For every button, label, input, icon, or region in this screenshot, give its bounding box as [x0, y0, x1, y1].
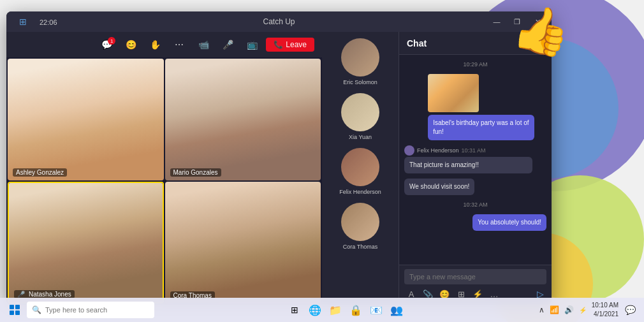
msg-time-1031: 10:31 AM [462, 147, 486, 154]
taskbar-left: 🔍 [5, 300, 154, 319]
msg-bubble-amazing: That picture is amazing!! [404, 157, 532, 173]
system-tray: ∧ 📶 🔊 ⚡ [538, 304, 588, 316]
video-cell-ashley: Ashley Gonzalez [8, 59, 164, 180]
chat-panel: Chat ✕ 10:29 AM Isabel's birthday party … [399, 32, 552, 305]
search-icon: 🔍 [32, 305, 41, 314]
notification-center-btn[interactable]: 💬 [622, 302, 639, 318]
msg-group-felix: Felix Henderson 10:31 AM That picture is… [404, 145, 546, 173]
taskbar-apps: ⊞ 🌐 📁 🔒 📧 👥 [285, 300, 406, 319]
avatar-eric [341, 38, 379, 77]
msg-sender-felix: Felix Henderson 10:31 AM [404, 145, 546, 156]
participant-avatar-eric[interactable]: Eric Solomon [341, 38, 379, 85]
taskbar-search[interactable]: 🔍 [27, 302, 154, 318]
clock-time: 10:10 AM [592, 301, 618, 310]
network-icon[interactable]: 📶 [548, 304, 560, 316]
thumbs-up-emoji: 👍 [509, 0, 574, 62]
participant-avatar-cora2[interactable]: Cora Thomas [341, 203, 379, 250]
video-cell-cora: Cora Thomas [165, 182, 321, 304]
reactions-icon[interactable]: 😊 [121, 36, 141, 54]
taskview-btn[interactable]: ⊞ [285, 300, 304, 319]
taskbar-clock[interactable]: 10:10 AM 4/1/2021 [592, 301, 618, 319]
video-cell-natasha: 🎤 Natasha Jones [8, 182, 164, 304]
hand-icon[interactable]: ✋ [145, 36, 165, 54]
mail-app[interactable]: 📧 [367, 300, 386, 319]
volume-icon[interactable]: 🔊 [563, 304, 575, 316]
windows-logo [10, 305, 20, 315]
msg-bubble-should: You absolutely should! [472, 214, 546, 231]
participant-label-xia: Xia Yuan [349, 134, 372, 140]
leave-button[interactable]: 📞 Leave [266, 38, 314, 52]
edge-app[interactable]: 🌐 [305, 300, 325, 319]
search-input[interactable] [45, 306, 147, 314]
camera-icon[interactable]: 📹 [193, 36, 214, 54]
taskbar-right: ∧ 📶 🔊 ⚡ 10:10 AM 4/1/2021 💬 [538, 301, 639, 319]
avatar-cora2 [341, 203, 379, 241]
chat-messages: 10:29 AM Isabel's birthday party was a l… [399, 55, 552, 265]
taskbar: 🔍 ⊞ 🌐 📁 🔒 📧 👥 ∧ 📶 🔊 ⚡ 10:10 AM 4/1/2021 … [0, 298, 644, 322]
mic-icon[interactable]: 🎤 [217, 36, 238, 54]
more-options-icon[interactable]: ⋯ [169, 36, 189, 54]
phone-icon: 📞 [274, 40, 283, 49]
participant-label-cora2: Cora Thomas [343, 244, 377, 250]
participant-name-mario: Mario Gonzales [170, 168, 221, 177]
chat-icon[interactable]: 💬 [96, 36, 117, 54]
msg-time-1032: 10:32 AM [404, 201, 546, 208]
teams-window: ⊞ 22:06 Catch Up — ❐ ✕ 💬 😊 ✋ ⋯ 📹 🎤 📺 📞 [6, 11, 552, 305]
minimize-button[interactable]: — [488, 16, 506, 27]
chevron-tray-icon[interactable]: ∧ [538, 304, 546, 316]
birthday-image [428, 74, 479, 112]
participant-avatar-felix[interactable]: Felix Henderson [339, 148, 381, 195]
call-toolbar: 💬 😊 ✋ ⋯ 📹 🎤 📺 📞 Leave [6, 32, 322, 57]
msg-bubble-birthday: Isabel's birthday party was a lot of fun… [428, 115, 534, 140]
lock-app[interactable]: 🔒 [346, 300, 365, 319]
sender-avatar-felix [404, 145, 414, 156]
sender-name-felix: Felix Henderson [417, 147, 459, 154]
chat-input[interactable] [404, 269, 546, 284]
avatar-xia [341, 93, 379, 131]
title-bar: ⊞ 22:06 Catch Up — ❐ ✕ [6, 11, 552, 32]
window-title: Catch Up [263, 17, 295, 26]
participant-name-ashley: Ashley Gonzalez [13, 168, 67, 177]
msg-incoming-image: Isabel's birthday party was a lot of fun… [428, 74, 546, 140]
msg-bubble-visit: We should visit soon! [404, 179, 474, 195]
grid-icon[interactable]: ⊞ [11, 11, 34, 33]
start-button[interactable] [5, 300, 24, 319]
msg-time-1029: 10:29 AM [404, 61, 546, 68]
video-cell-mario: Mario Gonzales [165, 59, 321, 180]
avatar-felix [341, 148, 379, 186]
participants-panel: Eric Solomon Xia Yuan Felix Henderson Co… [322, 32, 399, 305]
call-time: 22:06 [40, 18, 57, 26]
call-area: 💬 😊 ✋ ⋯ 📹 🎤 📺 📞 Leave Ashley Gonza [6, 32, 322, 305]
explorer-app[interactable]: 📁 [326, 300, 345, 319]
clock-date: 4/1/2021 [592, 310, 618, 319]
bluetooth-icon[interactable]: ⚡ [578, 305, 588, 315]
participant-label-felix: Felix Henderson [339, 189, 381, 195]
leave-label: Leave [286, 40, 307, 49]
content-area: 💬 😊 ✋ ⋯ 📹 🎤 📺 📞 Leave Ashley Gonza [6, 32, 552, 305]
video-grid: Ashley Gonzalez Mario Gonzales 🎤 Natasha… [6, 57, 322, 305]
screen-share-icon[interactable]: 📺 [242, 36, 262, 54]
participant-label-eric: Eric Solomon [343, 79, 377, 85]
title-bar-left: ⊞ 22:06 [11, 11, 57, 33]
teams-app[interactable]: 👥 [387, 300, 406, 319]
chat-title: Chat [407, 38, 427, 48]
participant-avatar-xia[interactable]: Xia Yuan [341, 93, 379, 140]
